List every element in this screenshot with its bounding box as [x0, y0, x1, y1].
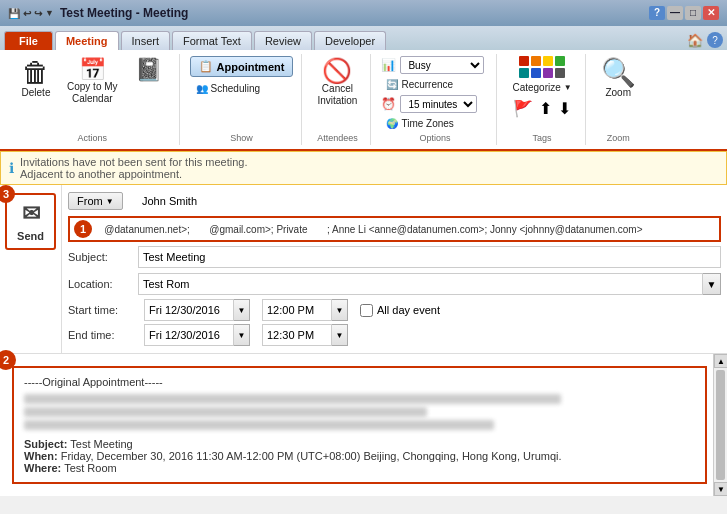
attendees-group-label: Attendees [317, 131, 358, 143]
tab-format-text[interactable]: Format Text [172, 31, 252, 50]
end-date-group: ▼ [144, 324, 250, 346]
start-date-group: ▼ [144, 299, 250, 321]
end-date-picker[interactable]: ▼ [234, 324, 250, 346]
color-btn-purple[interactable] [543, 68, 553, 78]
importance-high-button[interactable]: ⬆ [539, 99, 552, 118]
title-bar-left: 💾 ↩ ↪ ▼ Test Meeting - Meeting [8, 6, 188, 20]
to-row: 1 [68, 216, 721, 242]
categorize-button[interactable]: Categorize ▼ [507, 80, 576, 95]
send-label: Send [17, 230, 44, 242]
end-time-input[interactable] [262, 324, 332, 346]
fields-panel: From ▼ John Smith 1 Subject: Location: ▼ [62, 185, 727, 353]
onenote-button[interactable]: 📓 [127, 56, 171, 84]
minimize-button[interactable]: — [667, 6, 683, 20]
color-btn-blue[interactable] [531, 68, 541, 78]
when-line: When: Friday, December 30, 2016 11:30 AM… [24, 450, 695, 462]
info-message: Invitations have not been sent for this … [20, 156, 247, 168]
color-btn-orange[interactable] [531, 56, 541, 66]
scrollbar[interactable]: ▲ ▼ [713, 354, 727, 496]
location-input[interactable] [138, 273, 703, 295]
scroll-up-button[interactable]: ▲ [714, 354, 727, 368]
tab-review[interactable]: Review [254, 31, 312, 50]
tab-meeting[interactable]: Meeting [55, 31, 119, 50]
subject-bold: Subject: [24, 438, 67, 450]
tab-file[interactable]: File [4, 31, 53, 50]
scheduling-button[interactable]: 👥 Scheduling [190, 81, 294, 96]
delete-button[interactable]: 🗑 Delete [14, 56, 58, 101]
start-time-input[interactable] [262, 299, 332, 321]
scheduling-icon: 👥 [196, 83, 208, 94]
cancel-invitation-button[interactable]: 🚫 CancelInvitation [312, 56, 362, 110]
all-day-text: All day event [377, 304, 440, 316]
end-date-input[interactable] [144, 324, 234, 346]
tab-insert[interactable]: Insert [121, 31, 171, 50]
cancel-invitation-label: CancelInvitation [317, 83, 357, 107]
title-bar: 💾 ↩ ↪ ▼ Test Meeting - Meeting ? — □ ✕ [0, 0, 727, 26]
subject-line: Subject: Test Meeting [24, 438, 695, 450]
start-time-label: Start time: [68, 304, 138, 316]
all-day-checkbox[interactable] [360, 304, 373, 317]
reminder-icon: ⏰ [381, 97, 396, 111]
ribbon-group-zoom: 🔍 Zoom Zoom [588, 54, 649, 145]
info-icon: ℹ [9, 160, 14, 176]
scroll-down-button[interactable]: ▼ [714, 482, 727, 496]
copy-to-calendar-button[interactable]: 📅 Copy to MyCalendar [62, 56, 123, 108]
color-btn-yellow[interactable] [543, 56, 553, 66]
zoom-button[interactable]: 🔍 Zoom [596, 56, 641, 101]
start-date-input[interactable] [144, 299, 234, 321]
send-panel: 3 ✉ Send [0, 185, 62, 353]
end-time-label: End time: [68, 329, 138, 341]
original-header-text: -----Original Appointment----- [24, 376, 163, 388]
tab-developer[interactable]: Developer [314, 31, 386, 50]
appointment-label: Appointment [217, 61, 285, 73]
zoom-label: Zoom [605, 87, 631, 98]
end-time-picker[interactable]: ▼ [332, 324, 348, 346]
options-group-label: Options [419, 131, 450, 143]
help-icon[interactable]: ? [649, 6, 665, 20]
from-button[interactable]: From ▼ [68, 192, 123, 210]
body-content[interactable]: -----Original Appointment----- Subject: … [12, 366, 707, 484]
window-controls: ? — □ ✕ [649, 6, 719, 20]
onenote-icon: 📓 [135, 59, 162, 81]
categorize-label: Categorize [512, 82, 560, 93]
ribbon-content: 🗑 Delete 📅 Copy to MyCalendar 📓 Actions … [0, 50, 727, 151]
importance-low-button[interactable]: ⬇ [558, 99, 571, 118]
location-row: Location: ▼ [68, 272, 721, 296]
time-zones-button[interactable]: 🌍 Time Zones [381, 116, 488, 131]
all-day-label: All day event [360, 304, 440, 317]
quick-access-dropdown[interactable]: ▼ [45, 8, 54, 19]
recurrence-button[interactable]: 🔄 Recurrence [381, 77, 488, 92]
subject-input[interactable] [138, 246, 721, 268]
show-group-label: Show [230, 131, 253, 143]
delete-icon: 🗑 [22, 59, 50, 87]
reminder-dropdown[interactable]: 15 minutes None 5 minutes 30 minutes 1 h… [400, 95, 477, 113]
flag-button[interactable]: 🚩 [513, 99, 533, 118]
close-button[interactable]: ✕ [703, 6, 719, 20]
appointment-button[interactable]: 📋 Appointment [190, 56, 294, 77]
color-buttons-row2 [519, 68, 565, 78]
color-btn-red[interactable] [519, 56, 529, 66]
ribbon-question-icon[interactable]: ? [707, 32, 723, 48]
start-time-group: ▼ [256, 299, 348, 321]
undo-icon[interactable]: ↩ [23, 8, 31, 19]
color-btn-teal[interactable] [519, 68, 529, 78]
start-date-picker[interactable]: ▼ [234, 299, 250, 321]
start-time-picker[interactable]: ▼ [332, 299, 348, 321]
color-btn-dark[interactable] [555, 68, 565, 78]
location-dropdown-button[interactable]: ▼ [703, 273, 721, 295]
save-icon[interactable]: 💾 [8, 8, 20, 19]
ribbon-group-actions: 🗑 Delete 📅 Copy to MyCalendar 📓 Actions [6, 54, 180, 145]
scrollbar-thumb[interactable] [716, 370, 725, 480]
to-input[interactable] [96, 224, 715, 235]
redo-icon[interactable]: ↪ [34, 8, 42, 19]
color-btn-green[interactable] [555, 56, 565, 66]
from-row: From ▼ John Smith [68, 189, 721, 213]
send-button[interactable]: ✉ Send [5, 193, 56, 250]
maximize-button[interactable]: □ [685, 6, 701, 20]
from-label-cell: From ▼ [68, 192, 138, 210]
from-value: John Smith [138, 195, 197, 207]
to-row-wrapper: 1 [68, 216, 721, 242]
ribbon-help-icon[interactable]: 🏠 [687, 33, 703, 48]
recurrence-label: Recurrence [401, 79, 453, 90]
busy-dropdown[interactable]: Busy Free Tentative Out of Office [400, 56, 484, 74]
